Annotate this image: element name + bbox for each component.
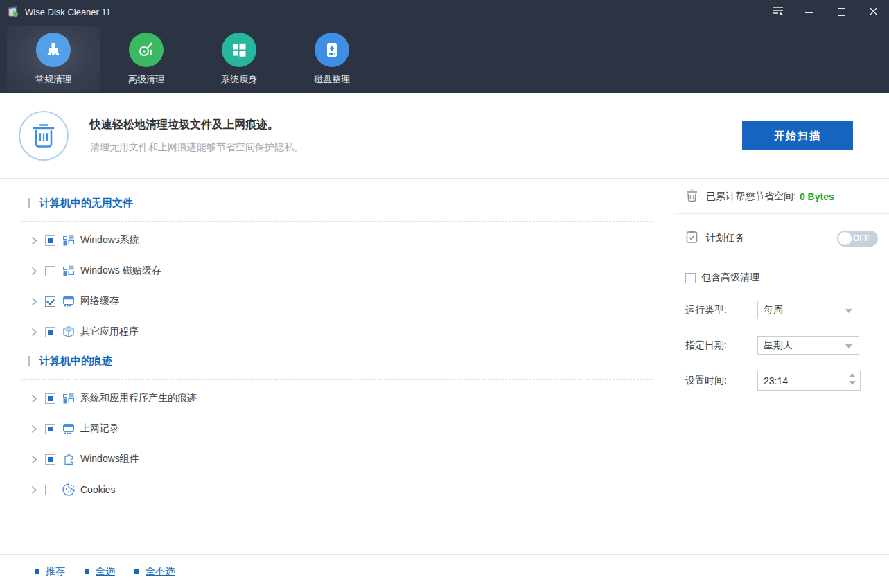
run-type-select[interactable]: 每周 (757, 301, 859, 319)
scheduled-task-icon (685, 230, 698, 247)
schedule-toggle[interactable]: OFF (837, 231, 878, 247)
tree-row-windows-tile-cache[interactable]: Windows 磁贴缓存 (28, 256, 653, 286)
time-spinner[interactable]: 23:14 (757, 371, 861, 391)
checkbox[interactable] (45, 424, 55, 434)
checkbox[interactable] (45, 296, 55, 307)
tab-common-cleaner-label: 常规清理 (35, 73, 71, 86)
brush-clean-icon (36, 33, 71, 67)
tab-system-slimming[interactable]: 系统瘦身 (193, 26, 285, 92)
select-all-link[interactable]: 全选 (85, 565, 115, 578)
maximize-icon (838, 8, 845, 16)
section-bar (28, 198, 30, 208)
header-strip: 快速轻松地清理垃圾文件及上网痕迹。 清理无用文件和上网痕迹能够节省空间保护隐私。… (0, 93, 889, 178)
checkbox[interactable] (45, 235, 55, 246)
cleanup-tree: 计算机中的无用文件 Windows系统 Windows 磁贴缓存 网络缓存 (0, 179, 674, 554)
tab-advanced-cleaner-label: 高级清理 (128, 73, 164, 86)
recommend-link[interactable]: 推荐 (35, 565, 65, 578)
toggle-state-label: OFF (853, 233, 870, 243)
main-content: 计算机中的无用文件 Windows系统 Windows 磁贴缓存 网络缓存 (0, 178, 889, 554)
sidebar: 已累计帮您节省空间: 0 Bytes 计划任务 OFF (674, 179, 889, 554)
time-row: 设置时间: 23:14 (674, 371, 889, 390)
bullet-icon (134, 569, 139, 574)
include-advanced-label: 包含高级清理 (701, 271, 759, 284)
expand-chevron-icon[interactable] (29, 327, 39, 337)
checkbox[interactable] (45, 393, 55, 404)
saved-space-label: 已累计帮您节省空间: (706, 190, 796, 203)
nav-tabs: 常规清理 高级清理 (0, 24, 889, 93)
expand-chevron-icon[interactable] (29, 296, 39, 306)
spinner-buttons (849, 373, 856, 385)
close-button[interactable] (857, 0, 889, 24)
footer-bar: 推荐 全选 全不选 (0, 554, 889, 588)
tree-row-browsing-history[interactable]: 上网记录 (28, 413, 653, 444)
start-scan-button[interactable]: 开始扫描 (742, 121, 853, 150)
tree-row-cookies[interactable]: Cookies (28, 474, 653, 505)
browser-icon (62, 422, 76, 436)
checkbox[interactable] (45, 327, 55, 337)
tree-row-windows-system[interactable]: Windows系统 (28, 225, 653, 256)
cube-icon (62, 325, 76, 339)
cookie-icon (62, 483, 76, 497)
tree-row-web-cache[interactable]: 网络缓存 (28, 286, 653, 317)
include-advanced-row[interactable]: 包含高级清理 (674, 271, 889, 284)
section-junk-files: 计算机中的无用文件 (28, 197, 653, 210)
bullet-icon (85, 569, 89, 574)
app-window: Wise Disk Cleaner 11 (0, 0, 889, 588)
tiles-icon (62, 264, 76, 278)
app-logo-icon (7, 5, 19, 20)
expand-chevron-icon[interactable] (29, 454, 39, 464)
tree-row-other-apps[interactable]: 其它应用程序 (28, 317, 653, 347)
browser-icon (62, 294, 76, 308)
chevron-down-icon (845, 309, 852, 313)
expand-chevron-icon[interactable] (29, 235, 39, 245)
tree-row-windows-components[interactable]: Windows组件 (28, 444, 653, 474)
tree-item-label: Windows组件 (80, 453, 139, 465)
close-icon (869, 6, 878, 19)
expand-chevron-icon[interactable] (29, 393, 39, 403)
tab-disk-defrag-label: 磁盘整理 (314, 73, 350, 86)
titlebar: Wise Disk Cleaner 11 (0, 0, 889, 24)
main-menu-icon (772, 6, 784, 19)
run-type-label: 运行类型: (685, 304, 757, 317)
bullet-icon (35, 569, 39, 574)
tab-common-cleaner[interactable]: 常规清理 (7, 26, 100, 92)
maximize-button[interactable] (825, 0, 857, 24)
tree-row-system-app-traces[interactable]: 系统和应用程序产生的痕迹 (28, 383, 653, 413)
section-title: 计算机中的痕迹 (39, 355, 112, 368)
section-traces: 计算机中的痕迹 (28, 355, 653, 368)
checkbox[interactable] (685, 273, 696, 283)
titlebar-controls (762, 0, 889, 24)
tree-item-label: Windows 磁贴缓存 (80, 265, 161, 277)
checkbox[interactable] (45, 454, 55, 465)
trash-icon (685, 188, 698, 205)
minimize-icon (805, 12, 813, 13)
scheduled-task-label: 计划任务 (706, 232, 837, 244)
spinner-up-icon[interactable] (849, 373, 856, 377)
saved-space-value: 0 Bytes (800, 191, 834, 202)
expand-chevron-icon[interactable] (29, 485, 39, 495)
titlebar-left: Wise Disk Cleaner 11 (0, 5, 111, 20)
tab-disk-defrag[interactable]: 磁盘整理 (285, 26, 378, 92)
select-all-label: 全选 (96, 565, 115, 578)
spinner-down-icon[interactable] (849, 381, 856, 385)
saved-space-row: 已累计帮您节省空间: 0 Bytes (674, 179, 889, 214)
tab-advanced-cleaner[interactable]: 高级清理 (100, 26, 193, 92)
minimize-button[interactable] (793, 0, 825, 24)
tree-item-label: Cookies (80, 484, 116, 495)
checkbox[interactable] (45, 485, 55, 495)
time-label: 设置时间: (685, 375, 757, 387)
header-subtitle: 清理无用文件和上网痕迹能够节省空间保护隐私。 (90, 141, 742, 154)
main-menu-button[interactable] (762, 0, 793, 24)
day-row: 指定日期: 星期天 (674, 336, 889, 355)
select-none-link[interactable]: 全不选 (134, 565, 175, 578)
expand-chevron-icon[interactable] (29, 424, 39, 434)
section-bar (28, 356, 30, 366)
expand-chevron-icon[interactable] (29, 266, 39, 276)
tree-item-label: Windows系统 (80, 234, 139, 247)
tiles-icon (62, 233, 76, 247)
day-select[interactable]: 星期天 (757, 336, 859, 355)
dashed-separator (21, 221, 653, 222)
windows-logo-icon (222, 33, 256, 67)
run-type-value: 每周 (764, 304, 783, 317)
checkbox[interactable] (45, 266, 55, 276)
